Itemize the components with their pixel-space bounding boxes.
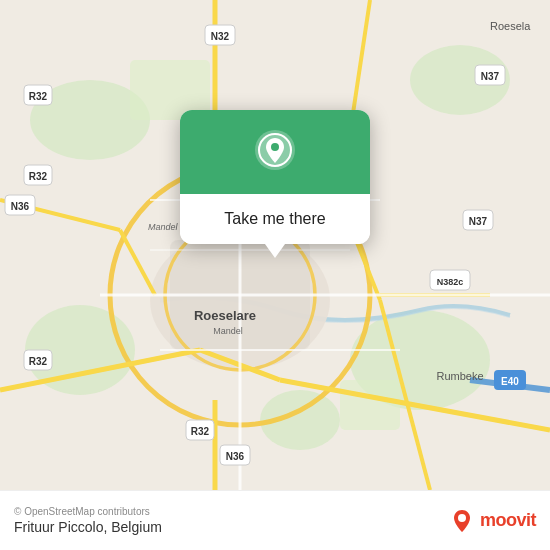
svg-text:R32: R32 <box>29 91 48 102</box>
svg-text:N36: N36 <box>11 201 30 212</box>
svg-text:Rumbeke: Rumbeke <box>436 370 483 382</box>
svg-text:N36: N36 <box>226 451 245 462</box>
bottom-left: © OpenStreetMap contributors Frituur Pic… <box>14 506 162 535</box>
svg-text:Roeselare: Roeselare <box>194 308 256 323</box>
svg-text:E40: E40 <box>501 376 519 387</box>
popup-button-area: Take me there <box>180 194 370 244</box>
svg-text:Roesela: Roesela <box>490 20 531 32</box>
attribution-text: © OpenStreetMap contributors <box>14 506 162 517</box>
popup-tail <box>265 244 285 258</box>
svg-text:N32: N32 <box>211 31 230 42</box>
location-name: Frituur Piccolo, Belgium <box>14 519 162 535</box>
moovit-pin-icon <box>448 507 476 535</box>
popup-card: Take me there <box>180 110 370 244</box>
svg-text:R32: R32 <box>29 356 48 367</box>
bottom-bar: © OpenStreetMap contributors Frituur Pic… <box>0 490 550 550</box>
svg-text:R32: R32 <box>29 171 48 182</box>
svg-text:N37: N37 <box>481 71 500 82</box>
moovit-brand-text: moovit <box>480 510 536 531</box>
svg-point-59 <box>458 514 466 522</box>
moovit-logo: moovit <box>448 507 536 535</box>
svg-text:N382c: N382c <box>437 277 464 287</box>
location-pin-icon <box>253 128 297 172</box>
svg-text:Mandel: Mandel <box>213 326 243 336</box>
svg-point-58 <box>271 143 279 151</box>
take-me-there-button[interactable]: Take me there <box>196 206 354 232</box>
popup-card-header <box>180 110 370 194</box>
svg-text:Mandel: Mandel <box>148 222 179 232</box>
svg-rect-7 <box>340 380 400 430</box>
svg-text:N37: N37 <box>469 216 488 227</box>
svg-text:R32: R32 <box>191 426 210 437</box>
